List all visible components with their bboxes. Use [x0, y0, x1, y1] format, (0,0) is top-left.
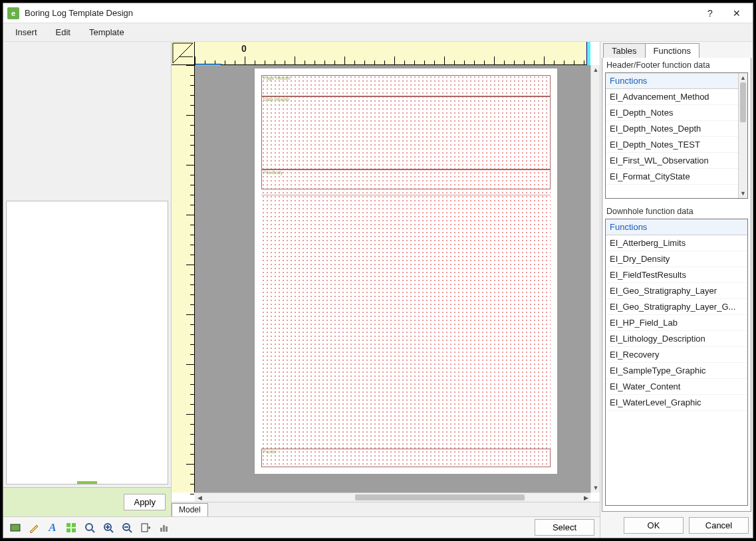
right-panel: Tables Functions Header/Footer function …: [600, 42, 753, 538]
header-function-item[interactable]: EI_Format_CityState: [606, 169, 747, 185]
apply-row: Apply: [3, 487, 171, 516]
tool-rect-icon[interactable]: [9, 521, 22, 534]
band-footer[interactable]: Footer: [261, 449, 551, 467]
right-panel-body: Header/Footer function data Functions EI…: [602, 58, 751, 512]
header-function-item[interactable]: EI_Depth_Notes_Depth: [606, 121, 747, 137]
downhole-function-item[interactable]: EI_FieldTestResults: [606, 267, 747, 283]
page[interactable]: Page Header Data Header File Body Footer: [255, 68, 557, 474]
svg-line-13: [129, 530, 132, 532]
downhole-function-item[interactable]: EI_Geo_Stratigraphy_Layer: [606, 283, 747, 299]
tool-zoom-in-icon[interactable]: [102, 521, 115, 534]
tab-model[interactable]: Model: [172, 503, 208, 516]
bottom-bar: A Select: [3, 516, 600, 538]
design-canvas[interactable]: Page Header Data Header File Body Footer: [195, 65, 590, 492]
app-icon: e: [7, 7, 19, 19]
svg-rect-2: [72, 523, 76, 527]
header-function-item[interactable]: EI_First_WL_Observation: [606, 153, 747, 169]
downhole-function-item[interactable]: EI_SampleType_Graphic: [606, 363, 747, 379]
ruler-top[interactable]: 0: [195, 42, 590, 65]
band-data-header-label: Data Header: [263, 97, 290, 102]
downhole-function-item[interactable]: EI_Dry_Density: [606, 251, 747, 267]
help-button[interactable]: ?: [697, 4, 723, 23]
canvas-hscroll[interactable]: ◀ ▶: [195, 492, 590, 502]
svg-point-5: [86, 524, 92, 530]
svg-line-6: [92, 530, 94, 532]
header-functions-list[interactable]: Functions EI_Advancement_MethodEI_Depth_…: [605, 72, 748, 199]
tab-tables[interactable]: Tables: [603, 43, 646, 58]
svg-rect-14: [142, 524, 148, 532]
window-title: Boring Log Template Design: [25, 8, 697, 18]
downhole-function-item[interactable]: EI_HP_Field_Lab: [606, 315, 747, 331]
tab-functions[interactable]: Functions: [645, 43, 699, 58]
ruler-top-ticks: [195, 56, 590, 64]
ruler-corner: [172, 42, 195, 65]
close-button[interactable]: ✕: [723, 4, 750, 23]
downhole-function-item[interactable]: EI_WaterLevel_Graphic: [606, 395, 747, 411]
svg-rect-16: [163, 525, 165, 532]
downhole-function-item[interactable]: EI_Recovery: [606, 347, 747, 363]
downhole-functions-listhead[interactable]: Functions: [606, 219, 747, 235]
tool-grid-icon[interactable]: [64, 521, 78, 534]
tool-chart-icon[interactable]: [158, 521, 171, 534]
right-tabs: Tables Functions: [600, 42, 753, 58]
svg-rect-1: [66, 523, 70, 527]
header-functions-listhead[interactable]: Functions: [606, 73, 747, 89]
preview-marker: [77, 481, 97, 484]
hscroll-track[interactable]: [204, 493, 581, 502]
menu-insert[interactable]: Insert: [7, 25, 45, 40]
downhole-functions-list[interactable]: Functions EI_Atterberg_LimitsEI_Dry_Dens…: [605, 219, 748, 506]
hscroll-left-icon[interactable]: ◀: [195, 493, 204, 502]
band-footer-label: Footer: [263, 449, 277, 454]
hscroll-right-icon[interactable]: ▶: [581, 493, 590, 502]
header-function-item[interactable]: EI_Depth_Notes_TEST: [606, 137, 747, 153]
header-function-item[interactable]: EI_Depth_Notes: [606, 105, 747, 121]
header-list-vscroll-up-icon[interactable]: ▲: [739, 73, 747, 82]
band-file-body[interactable]: File Body: [261, 169, 551, 189]
apply-button[interactable]: Apply: [124, 494, 166, 510]
tool-text-icon[interactable]: A: [46, 521, 59, 534]
header-functions-label: Header/Footer function data: [602, 58, 751, 72]
main: Apply 0: [3, 42, 753, 538]
band-file-body-label: File Body: [263, 170, 283, 175]
menu-template[interactable]: Template: [81, 25, 132, 40]
menu-edit[interactable]: Edit: [48, 25, 78, 40]
left-pane: Apply: [3, 42, 172, 516]
header-list-vscroll[interactable]: ▲ ▼: [738, 73, 747, 198]
hscroll-thumb[interactable]: [355, 494, 525, 500]
left-column: Apply 0: [3, 42, 600, 538]
menubar: Insert Edit Template: [3, 23, 753, 42]
header-list-vscroll-down-icon[interactable]: ▼: [739, 189, 747, 198]
header-list-vscroll-thumb[interactable]: [740, 82, 746, 122]
canvas-vscroll[interactable]: ▲ ▼: [590, 65, 600, 492]
vscroll-up-icon[interactable]: ▲: [591, 65, 600, 74]
left-upper-blank: [3, 42, 171, 198]
band-page-header[interactable]: Page Header: [261, 75, 551, 96]
svg-rect-3: [66, 528, 70, 532]
select-button[interactable]: Select: [535, 519, 594, 536]
page-rule: [261, 195, 551, 195]
vscroll-down-icon[interactable]: ▼: [591, 483, 600, 492]
svg-rect-0: [11, 524, 20, 531]
ruler-zero-label: 0: [241, 43, 247, 54]
titlebar: e Boring Log Template Design ? ✕: [3, 3, 753, 23]
tool-zoom-out-icon[interactable]: [120, 521, 134, 534]
ok-button[interactable]: OK: [624, 517, 684, 534]
canvas-area: 0 Page Header: [172, 42, 600, 516]
workarea: Apply 0: [3, 42, 600, 516]
svg-line-10: [110, 530, 113, 532]
tool-export-icon[interactable]: [139, 521, 152, 534]
downhole-function-item[interactable]: EI_Water_Content: [606, 379, 747, 395]
tool-zoom-icon[interactable]: [83, 521, 96, 534]
header-function-item[interactable]: EI_Advancement_Method: [606, 89, 747, 105]
preview-box[interactable]: [6, 201, 168, 485]
cancel-button[interactable]: Cancel: [689, 517, 749, 534]
downhole-function-item[interactable]: EI_Lithology_Description: [606, 331, 747, 347]
ruler-left[interactable]: [172, 65, 195, 492]
downhole-function-item[interactable]: EI_Geo_Stratigraphy_Layer_G...: [606, 299, 747, 315]
canvas-tabbar: Model: [172, 502, 600, 516]
svg-rect-4: [72, 528, 76, 532]
vscroll-track[interactable]: [591, 74, 600, 483]
downhole-function-item[interactable]: EI_Atterberg_Limits: [606, 235, 747, 251]
band-data-header[interactable]: Data Header: [261, 96, 551, 169]
tool-pencil-icon[interactable]: [27, 521, 41, 534]
